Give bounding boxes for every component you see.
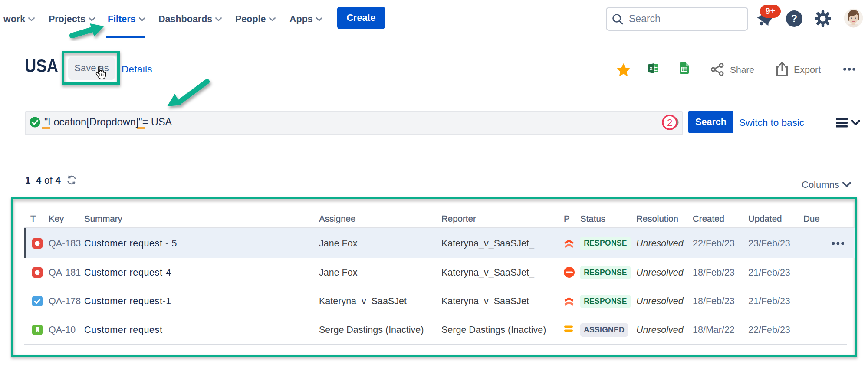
svg-text:X: X (649, 66, 653, 71)
svg-text:2: 2 (667, 117, 672, 128)
